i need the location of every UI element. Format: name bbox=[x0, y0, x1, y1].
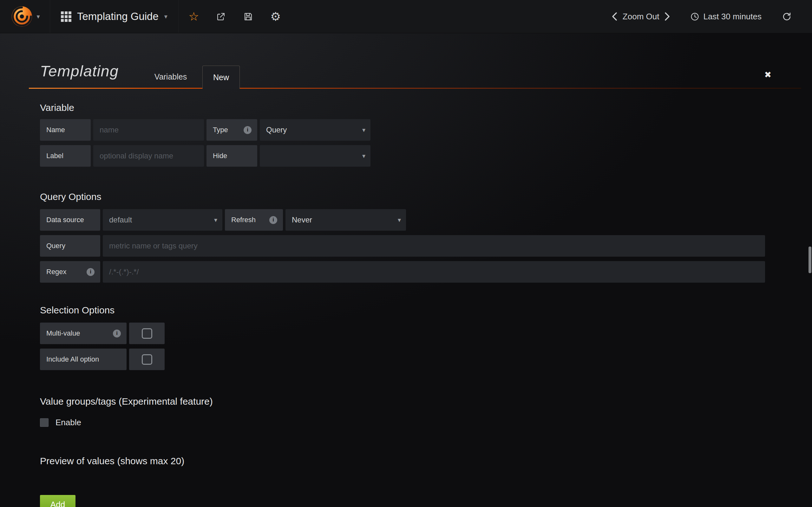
include-all-label: Include All option bbox=[40, 349, 126, 370]
time-controls: Zoom Out Last 30 minutes bbox=[612, 0, 812, 33]
datasource-refresh-row: Data source default ▾ Refresh i Never ▾ bbox=[40, 209, 812, 231]
query-input[interactable] bbox=[103, 235, 765, 257]
refresh-select-caret-icon: ▾ bbox=[398, 217, 401, 223]
enable-label: Enable bbox=[55, 418, 81, 428]
value-groups-section: Value groups/tags (Experimental feature)… bbox=[40, 396, 812, 428]
regex-info-icon[interactable]: i bbox=[87, 268, 95, 276]
type-label: Type i bbox=[206, 119, 257, 141]
clock-icon bbox=[690, 12, 699, 21]
grafana-app: ▾ Templating Guide ▾ ☆ bbox=[0, 0, 812, 507]
dashboard-caret-icon: ▾ bbox=[164, 13, 167, 20]
zoom-left-chevron-icon[interactable] bbox=[612, 12, 617, 21]
query-row: Query bbox=[40, 235, 812, 257]
dashboard-picker[interactable]: Templating Guide ▾ bbox=[50, 0, 179, 33]
multi-value-label: Multi-value i bbox=[40, 323, 126, 344]
grafana-logo-menu[interactable]: ▾ bbox=[0, 0, 50, 33]
regex-label: Regex i bbox=[40, 261, 100, 283]
query-options-section: Query Options Data source default ▾ Refr… bbox=[40, 191, 812, 283]
selection-options-heading: Selection Options bbox=[40, 305, 812, 316]
datasource-select-value: default bbox=[109, 216, 132, 224]
query-label: Query bbox=[40, 235, 100, 257]
regex-input[interactable] bbox=[103, 261, 765, 283]
preview-heading: Preview of values (shows max 20) bbox=[40, 456, 812, 466]
datasource-select[interactable]: default ▾ bbox=[103, 209, 222, 231]
variable-heading: Variable bbox=[40, 102, 812, 113]
zoom-out-button[interactable]: Zoom Out bbox=[623, 12, 659, 21]
page-title: Templating bbox=[40, 62, 119, 80]
query-options-heading: Query Options bbox=[40, 191, 812, 202]
zoom-right-chevron-icon[interactable] bbox=[664, 12, 670, 21]
time-picker-button[interactable]: Last 30 minutes bbox=[690, 12, 762, 21]
enable-checkbox[interactable] bbox=[40, 418, 49, 427]
name-input[interactable] bbox=[93, 119, 204, 141]
name-label: Name bbox=[40, 119, 91, 141]
dashboard-grid-icon bbox=[61, 11, 71, 22]
multi-value-checkbox-box bbox=[142, 328, 152, 339]
enable-row: Enable bbox=[40, 418, 812, 428]
settings-gear-icon[interactable]: ⚙ bbox=[270, 11, 281, 22]
grafana-logo-icon bbox=[10, 4, 34, 29]
navbar-actions: ☆ ⚙ bbox=[179, 0, 285, 33]
star-icon[interactable]: ☆ bbox=[188, 11, 200, 22]
refresh-select[interactable]: Never ▾ bbox=[286, 209, 406, 231]
brand-caret-icon: ▾ bbox=[37, 13, 40, 20]
dashboard-title: Templating Guide bbox=[77, 10, 159, 22]
time-range-label: Last 30 minutes bbox=[703, 12, 762, 21]
multi-value-row: Multi-value i bbox=[40, 323, 812, 344]
datasource-label: Data source bbox=[40, 209, 100, 231]
tab-variables[interactable]: Variables bbox=[151, 66, 191, 88]
templating-header: Templating Variables New ✖ bbox=[29, 63, 801, 88]
include-all-checkbox-box bbox=[142, 354, 152, 365]
refresh-select-value: Never bbox=[292, 216, 312, 224]
include-all-checkbox[interactable] bbox=[129, 349, 165, 370]
close-icon[interactable]: ✖ bbox=[764, 70, 771, 80]
label-label: Label bbox=[40, 145, 91, 167]
hide-select-caret-icon: ▾ bbox=[362, 153, 365, 159]
type-select-caret-icon: ▾ bbox=[362, 127, 365, 133]
regex-row: Regex i bbox=[40, 261, 812, 283]
multi-value-checkbox[interactable] bbox=[129, 323, 165, 344]
refresh-label: Refresh i bbox=[225, 209, 283, 231]
variable-section: Variable Name Type i Query ▾ Label Hide bbox=[40, 102, 812, 167]
refresh-icon[interactable] bbox=[782, 12, 792, 21]
top-navbar: ▾ Templating Guide ▾ ☆ bbox=[0, 0, 812, 33]
share-icon[interactable] bbox=[215, 11, 227, 22]
value-groups-heading: Value groups/tags (Experimental feature) bbox=[40, 396, 812, 407]
hide-label: Hide bbox=[206, 145, 257, 167]
type-select[interactable]: Query ▾ bbox=[260, 119, 370, 141]
multi-value-info-icon[interactable]: i bbox=[113, 330, 121, 337]
preview-section: Preview of values (shows max 20) Add bbox=[40, 456, 812, 507]
name-type-row: Name Type i Query ▾ bbox=[40, 119, 812, 141]
hide-select[interactable]: ▾ bbox=[260, 145, 370, 167]
label-hide-row: Label Hide ▾ bbox=[40, 145, 812, 167]
save-icon[interactable] bbox=[243, 11, 254, 22]
scrollbar-thumb[interactable] bbox=[809, 246, 811, 273]
type-info-icon[interactable]: i bbox=[244, 126, 252, 134]
add-button[interactable]: Add bbox=[40, 495, 75, 507]
refresh-info-icon[interactable]: i bbox=[269, 216, 277, 224]
datasource-select-caret-icon: ▾ bbox=[214, 217, 217, 223]
tab-new[interactable]: New bbox=[202, 66, 240, 89]
selection-options-section: Selection Options Multi-value i Include … bbox=[40, 305, 812, 370]
label-input[interactable] bbox=[93, 145, 204, 167]
type-select-value: Query bbox=[266, 125, 287, 134]
include-all-row: Include All option bbox=[40, 349, 812, 370]
